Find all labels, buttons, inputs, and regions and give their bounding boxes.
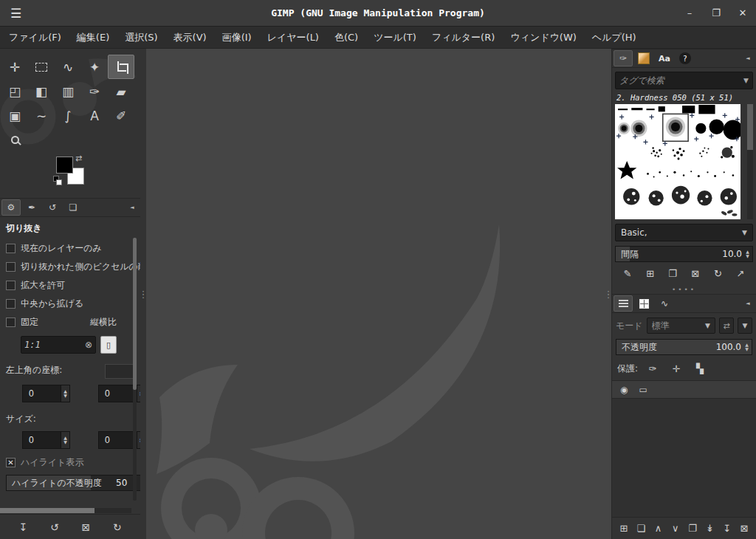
tab-device-status[interactable]: ✒ <box>22 199 41 216</box>
reset-options-button[interactable]: ↻ <box>109 521 126 533</box>
spinner-arrows[interactable]: ▲ ▼ <box>743 247 752 261</box>
option-delete-cropped-pixels[interactable]: 切り抜かれた側のピクセルの削除 <box>0 258 140 276</box>
mode-options-button[interactable]: ▼ <box>738 317 752 334</box>
tab-patterns[interactable] <box>634 50 653 66</box>
duplicate-layer-button[interactable]: ❐ <box>684 523 701 534</box>
tool-move[interactable]: ✛ <box>1 55 28 79</box>
layer-opacity-slider[interactable]: 不透明度 100.0 ▲ ▼ <box>616 339 752 355</box>
tool-unified-transform[interactable]: ◰ <box>1 79 28 103</box>
tab-layers[interactable] <box>614 295 633 312</box>
raise-layer-button[interactable]: ∧ <box>650 523 667 534</box>
restore-options-button[interactable]: ↺ <box>46 521 63 533</box>
lock-pixels-button[interactable]: ✑ <box>644 361 662 376</box>
canvas-area[interactable] <box>146 49 605 539</box>
tool-color-picker[interactable]: ✐ <box>108 103 134 128</box>
checkbox[interactable] <box>6 299 16 309</box>
menu-image[interactable]: 画像(I) <box>222 31 252 44</box>
checkbox[interactable] <box>6 281 16 290</box>
dock-menu-button[interactable]: ◄ <box>126 205 139 210</box>
tab-brushes[interactable]: ✑ <box>614 50 633 66</box>
lower-layer-button[interactable]: ∨ <box>667 523 684 534</box>
menu-file[interactable]: ファイル(F) <box>9 31 61 44</box>
spinner-arrows[interactable]: ▲ ▼ <box>137 431 140 449</box>
edit-brush-button[interactable]: ✎ <box>619 268 636 279</box>
foreground-color-swatch[interactable] <box>56 157 73 174</box>
layer-mode-dropdown[interactable]: 標準 ▼ <box>647 317 715 334</box>
spinner-arrows[interactable]: ▲ ▼ <box>743 340 751 354</box>
clear-icon[interactable]: ⊗ <box>85 340 92 350</box>
tool-eraser[interactable]: ▰ <box>108 79 134 103</box>
size-x-input[interactable] <box>22 431 61 449</box>
left-panel-resize-handle[interactable]: ⋮ <box>140 49 146 539</box>
tool-fuzzy-select[interactable]: ✦ <box>81 55 108 79</box>
fixed-aspect-dropdown[interactable]: 縦横比 <box>90 316 117 329</box>
option-highlight[interactable]: ✕ ハイライト表示 <box>0 453 140 472</box>
position-x-input[interactable] <box>22 385 61 402</box>
tool-text[interactable]: A <box>81 103 108 128</box>
menu-filters[interactable]: フィルター(R) <box>432 31 495 44</box>
highlight-opacity-slider[interactable]: ハイライトの不透明度 50 <box>6 475 140 491</box>
tab-images[interactable]: ❏ <box>63 199 83 216</box>
refresh-brushes-button[interactable]: ↻ <box>709 268 726 279</box>
brush-grid[interactable] <box>615 104 740 219</box>
visibility-eye-icon[interactable]: ◉ <box>620 385 628 395</box>
tab-channels[interactable] <box>634 295 653 312</box>
tool-clone[interactable]: ▣ <box>1 103 28 128</box>
save-options-button[interactable]: ↧ <box>14 521 32 533</box>
tool-bucket-fill[interactable]: ◧ <box>28 79 55 103</box>
duplicate-brush-button[interactable]: ❐ <box>664 268 681 279</box>
new-brush-button[interactable]: ⊞ <box>642 268 659 279</box>
right-panel-resize-handle[interactable]: ⋮ <box>605 49 611 539</box>
anchor-layer-button[interactable]: ↧ <box>719 523 735 534</box>
swap-colors-icon[interactable]: ⇄ <box>75 154 82 163</box>
maximize-button[interactable]: ❐ <box>703 7 729 18</box>
minimize-button[interactable]: – <box>676 7 703 18</box>
tool-rectangle-select[interactable] <box>28 55 55 79</box>
menu-colors[interactable]: 色(C) <box>334 31 358 44</box>
option-expand-from-center[interactable]: 中央から拡げる <box>0 295 140 313</box>
hamburger-menu-icon[interactable]: ☰ <box>0 6 32 21</box>
tool-gradient[interactable]: ▥ <box>55 79 81 103</box>
option-current-layer-only[interactable]: 現在のレイヤーのみ <box>0 239 140 258</box>
spinner-arrows[interactable]: ▲ ▼ <box>61 385 70 402</box>
option-fixed[interactable]: 固定 縦横比 <box>0 313 140 332</box>
scrollbar-thumb[interactable] <box>133 238 137 390</box>
default-colors-icon[interactable] <box>53 176 62 185</box>
tool-zoom[interactable] <box>1 128 28 152</box>
tool-crop[interactable] <box>108 55 134 79</box>
checkbox-checked[interactable]: ✕ <box>6 458 16 467</box>
menu-help[interactable]: ヘルプ(H) <box>592 31 636 44</box>
unit-dropdown[interactable] <box>105 364 134 379</box>
checkbox[interactable] <box>6 317 16 327</box>
chevron-down-icon[interactable]: ▼ <box>740 77 749 84</box>
lock-alpha-button[interactable]: ▚ <box>691 361 709 376</box>
open-brush-button[interactable]: ↗ <box>732 268 749 279</box>
spinner-arrows[interactable]: ▲ ▼ <box>137 385 140 402</box>
new-group-button[interactable]: ❏ <box>633 523 649 534</box>
tab-document-history[interactable]: ? <box>676 50 695 66</box>
close-button[interactable]: ✕ <box>729 7 756 18</box>
option-allow-growing[interactable]: 拡大を許可 <box>0 276 140 295</box>
new-layer-button[interactable]: ⊞ <box>616 523 632 534</box>
tag-search-input[interactable] <box>619 75 740 86</box>
scrollbar-thumb[interactable] <box>747 104 753 150</box>
tab-paths[interactable]: ∿ <box>655 295 674 312</box>
options-horizontal-scrollbar[interactable] <box>0 508 131 513</box>
spinner-arrows[interactable]: ▲ ▼ <box>61 431 70 449</box>
tab-fonts[interactable]: Aa <box>655 50 674 66</box>
brush-list-scrollbar[interactable] <box>747 104 753 219</box>
tool-smudge[interactable]: ∼ <box>28 103 55 128</box>
dock-splitter-handle[interactable]: •••• <box>612 284 756 294</box>
tab-undo-history[interactable]: ↺ <box>43 199 62 216</box>
link-icon[interactable]: ▭ <box>639 385 647 395</box>
menu-layer[interactable]: レイヤー(L) <box>267 31 319 44</box>
size-y-input[interactable] <box>98 431 137 449</box>
dock-menu-button[interactable]: ◄ <box>741 301 755 306</box>
menu-select[interactable]: 選択(S) <box>125 31 157 44</box>
delete-options-button[interactable]: ⊠ <box>77 521 94 533</box>
menu-view[interactable]: 表示(V) <box>173 31 207 44</box>
menu-tools[interactable]: ツール(T) <box>374 31 416 44</box>
tool-paintbrush[interactable]: ✑ <box>81 79 108 103</box>
tool-free-select[interactable]: ∿ <box>55 55 81 79</box>
merge-down-button[interactable]: ↡ <box>701 523 718 534</box>
